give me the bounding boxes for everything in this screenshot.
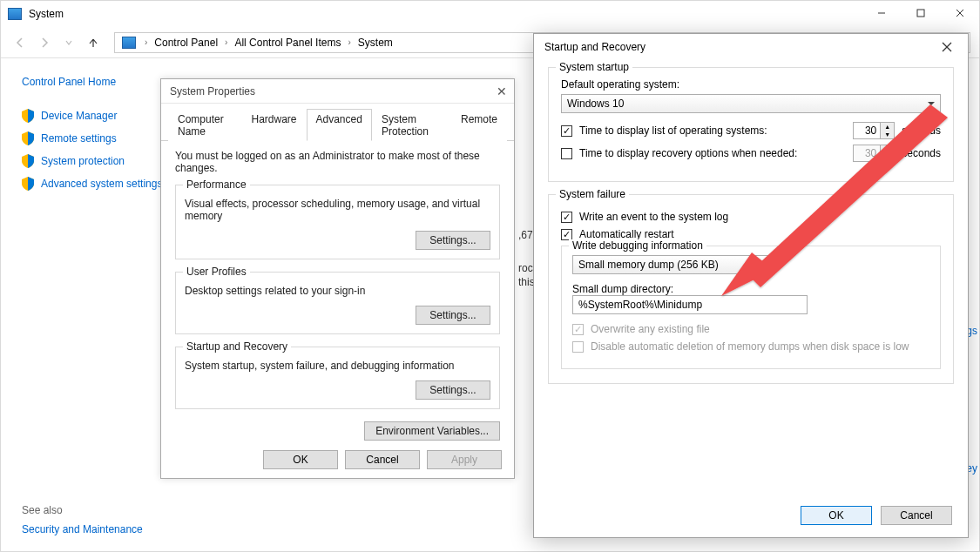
recent-dropdown[interactable] — [58, 32, 79, 53]
breadcrumb-icon — [122, 37, 136, 49]
see-also-heading: See also — [22, 504, 63, 516]
chevron-right-icon: › — [221, 37, 231, 47]
system-failure-group: System failure ✓ Write an event to the s… — [548, 194, 954, 384]
group-desc: System startup, system failure, and debu… — [185, 360, 490, 372]
titlebar: System — [1, 1, 979, 27]
clipped-text: this — [518, 276, 535, 288]
group-desc: Desktop settings related to your sign-in — [185, 285, 490, 297]
user-profiles-settings-button[interactable]: Settings... — [416, 306, 490, 325]
spinner-down-icon[interactable]: ▼ — [881, 131, 894, 138]
write-debug-group: Write debugging information Small memory… — [561, 246, 941, 369]
up-button[interactable] — [83, 32, 104, 53]
dump-dir-value: %SystemRoot%\Minidump — [578, 299, 702, 311]
cancel-button[interactable]: Cancel — [881, 506, 952, 525]
select-value: Windows 10 — [567, 98, 624, 110]
auto-restart-label: Automatically restart — [579, 228, 674, 240]
performance-group: Performance Visual effects, processor sc… — [175, 185, 500, 259]
overwrite-label: Overwrite any existing file — [591, 323, 710, 335]
time-recovery-checkbox[interactable] — [561, 148, 572, 159]
unit-label: seconds — [902, 147, 941, 159]
control-panel-home-link[interactable]: Control Panel Home — [22, 76, 165, 88]
default-os-label: Default operating system: — [561, 78, 941, 91]
write-event-label: Write an event to the system log — [579, 211, 728, 223]
group-legend: Performance — [183, 178, 250, 191]
breadcrumb-item[interactable]: Control Panel — [152, 37, 220, 49]
dialog-title: Startup and Recovery — [534, 34, 968, 60]
default-os-select[interactable]: Windows 10 — [561, 94, 941, 113]
time-list-spinner[interactable]: ▲▼ — [853, 122, 895, 139]
disable-deletion-checkbox — [572, 341, 584, 353]
auto-restart-checkbox[interactable]: ✓ — [561, 229, 572, 240]
startup-recovery-group: Startup and Recovery System startup, sys… — [175, 347, 500, 409]
overwrite-checkbox: ✓ — [572, 324, 584, 335]
environment-variables-button[interactable]: Environment Variables... — [364, 421, 500, 441]
user-profiles-group: User Profiles Desktop settings related t… — [175, 272, 500, 334]
time-list-checkbox[interactable]: ✓ — [561, 125, 572, 137]
shield-icon — [22, 154, 34, 168]
chevron-right-icon: › — [141, 37, 151, 47]
shield-icon — [22, 177, 34, 191]
close-button[interactable] — [940, 1, 979, 25]
unit-label: seconds — [902, 125, 941, 137]
svg-rect-1 — [917, 10, 924, 17]
group-legend: System startup — [556, 61, 632, 73]
shield-icon — [22, 131, 34, 145]
group-legend: User Profiles — [183, 266, 250, 278]
nav-link-device-manager[interactable]: Device Manager — [22, 109, 165, 123]
tab-system-protection[interactable]: System Protection — [372, 109, 451, 141]
select-value: Small memory dump (256 KB) — [578, 259, 719, 271]
dump-dir-label: Small dump directory: — [572, 283, 929, 295]
tab-remote[interactable]: Remote — [451, 109, 507, 141]
back-button[interactable] — [10, 32, 30, 53]
tab-advanced[interactable]: Advanced — [307, 109, 372, 141]
startup-recovery-settings-button[interactable]: Settings... — [416, 380, 490, 400]
time-list-label: Time to display list of operating system… — [579, 125, 846, 137]
tabs: Computer Name Hardware Advanced System P… — [161, 104, 514, 141]
nav-link-system-protection[interactable]: System protection — [22, 154, 165, 168]
admin-note: You must be logged on as an Administrato… — [175, 150, 500, 174]
ok-button[interactable]: OK — [801, 506, 872, 525]
group-legend: Write debugging information — [569, 239, 706, 252]
startup-recovery-dialog: Startup and Recovery System startup Defa… — [533, 33, 969, 538]
cancel-button[interactable]: Cancel — [345, 450, 420, 469]
nav-link-label: Advanced system settings — [41, 178, 162, 190]
chevron-right-icon: › — [344, 37, 354, 47]
system-icon — [8, 8, 22, 20]
write-event-checkbox[interactable]: ✓ — [561, 212, 572, 223]
group-desc: Visual effects, processor scheduling, me… — [185, 198, 490, 222]
breadcrumb-item[interactable]: System — [356, 37, 395, 49]
close-icon[interactable]: ✕ — [497, 84, 507, 98]
system-startup-group: System startup Default operating system:… — [548, 67, 954, 182]
nav-link-label: Remote settings — [41, 132, 117, 145]
nav-link-advanced-system-settings[interactable]: Advanced system settings — [22, 177, 165, 191]
group-legend: System failure — [556, 188, 629, 200]
group-legend: Startup and Recovery — [183, 340, 291, 353]
minimize-button[interactable] — [862, 1, 901, 25]
dump-dir-input[interactable]: %SystemRoot%\Minidump — [572, 295, 808, 314]
left-nav: Control Panel Home Device Manager Remote… — [1, 60, 175, 551]
time-recovery-label: Time to display recovery options when ne… — [579, 147, 846, 159]
shield-icon — [22, 109, 34, 123]
maximize-button[interactable] — [901, 1, 940, 25]
nav-link-remote-settings[interactable]: Remote settings — [22, 131, 165, 145]
window-title: System — [29, 8, 64, 20]
time-list-input[interactable] — [853, 122, 881, 139]
spinner-up-icon[interactable]: ▲ — [881, 123, 894, 131]
see-also-link[interactable]: Security and Maintenance — [22, 523, 143, 535]
nav-link-label: System protection — [41, 155, 125, 167]
forward-button[interactable] — [34, 32, 55, 53]
performance-settings-button[interactable]: Settings... — [416, 231, 490, 250]
dump-type-select[interactable]: Small memory dump (256 KB) — [572, 255, 773, 274]
spinner-down-icon: ▼ — [881, 153, 894, 161]
tab-computer-name[interactable]: Computer Name — [168, 109, 241, 141]
close-icon[interactable] — [931, 37, 963, 57]
disable-deletion-label: Disable automatic deletion of memory dum… — [591, 340, 909, 353]
spinner-up-icon: ▲ — [881, 145, 894, 153]
dialog-title: System Properties — [161, 79, 514, 104]
apply-button[interactable]: Apply — [427, 450, 502, 469]
ok-button[interactable]: OK — [263, 450, 338, 469]
time-recovery-input — [853, 145, 881, 162]
tab-hardware[interactable]: Hardware — [241, 109, 306, 141]
system-properties-dialog: System Properties ✕ Computer Name Hardwa… — [160, 78, 515, 479]
breadcrumb-item[interactable]: All Control Panel Items — [233, 37, 342, 49]
